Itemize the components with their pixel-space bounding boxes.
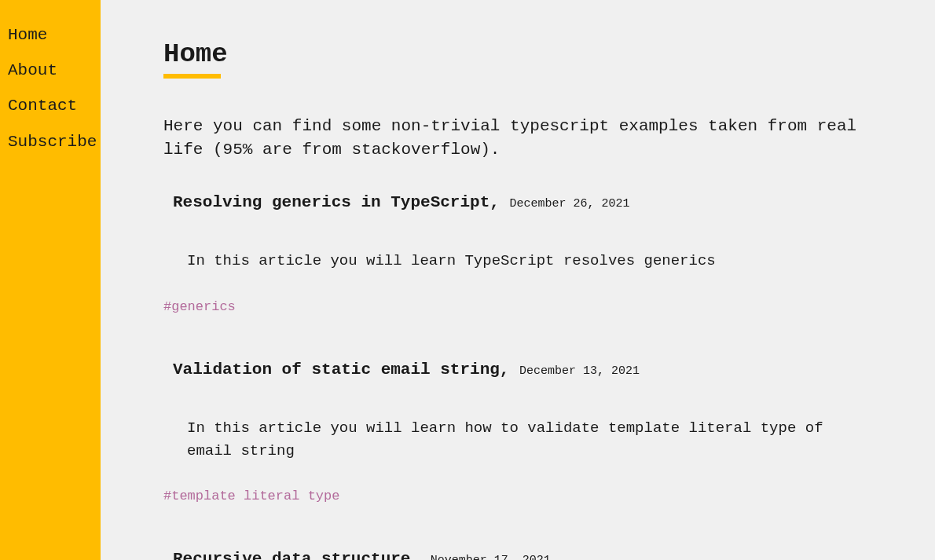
intro-text: Here you can find some non-trivial types… [163, 115, 871, 163]
article-date: December 26, 2021 [509, 197, 629, 210]
article-date: November 17, 2021 [431, 554, 551, 560]
article-item: Recursive data structure, November 17, 2… [163, 547, 871, 560]
article-desc: In this article you will learn TypeScrip… [173, 250, 871, 273]
article-title[interactable]: Resolving generics in TypeScript, [173, 193, 500, 211]
article-title[interactable]: Validation of static email string, [173, 361, 509, 379]
article-date: December 13, 2021 [519, 364, 640, 378]
article-header: Validation of static email string, Decem… [173, 358, 871, 381]
sidebar: Home About Contact Subscribe [0, 0, 101, 560]
article-item: Resolving generics in TypeScript, Decemb… [163, 191, 871, 314]
page-title: Home [163, 39, 228, 71]
sidebar-item-home[interactable]: Home [0, 17, 101, 53]
sidebar-item-subscribe[interactable]: Subscribe [0, 124, 101, 159]
article-header: Resolving generics in TypeScript, Decemb… [173, 191, 871, 214]
article-tag[interactable]: #template literal type [163, 489, 339, 503]
article-tag[interactable]: #generics [163, 299, 236, 314]
article-header: Recursive data structure, November 17, 2… [173, 547, 871, 560]
article-desc: In this article you will learn how to va… [173, 417, 871, 462]
title-underline [163, 74, 221, 79]
sidebar-item-contact[interactable]: Contact [0, 88, 101, 123]
article-title[interactable]: Recursive data structure, [173, 550, 420, 560]
sidebar-item-about[interactable]: About [0, 53, 101, 88]
article-item: Validation of static email string, Decem… [163, 358, 871, 503]
main-content: Home Here you can find some non-trivial … [101, 0, 933, 560]
